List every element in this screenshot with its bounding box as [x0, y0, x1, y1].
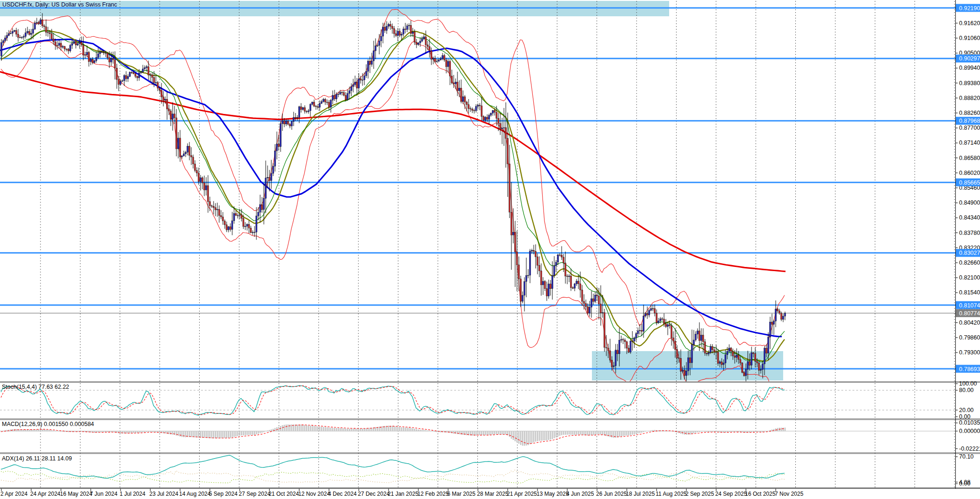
svg-text:0.000000: 0.000000	[959, 428, 980, 434]
svg-text:0.88820: 0.88820	[959, 95, 980, 101]
svg-text:27 Sep 2024: 27 Sep 2024	[239, 491, 270, 497]
svg-text:6 Mar 2025: 6 Mar 2025	[447, 491, 476, 497]
svg-text:0.84900: 0.84900	[959, 200, 980, 206]
svg-text:21 Apr 2025: 21 Apr 2025	[507, 491, 537, 497]
svg-text:0.84340: 0.84340	[959, 214, 980, 221]
svg-text:0.89940: 0.89940	[959, 65, 980, 71]
svg-text:14 Aug 2024: 14 Aug 2024	[179, 491, 211, 497]
svg-text:7 Jun 2024: 7 Jun 2024	[90, 491, 118, 497]
svg-text:21 Oct 2024: 21 Oct 2024	[268, 491, 299, 497]
svg-text:0.92190: 0.92190	[959, 5, 980, 12]
svg-text:27 Dec 2024: 27 Dec 2024	[358, 491, 389, 497]
svg-text:2 Apr 2024: 2 Apr 2024	[0, 491, 27, 497]
svg-text:4 Dec 2024: 4 Dec 2024	[328, 491, 357, 497]
svg-text:0.81074: 0.81074	[959, 302, 980, 309]
svg-text:0.00: 0.00	[959, 413, 970, 420]
svg-text:0.83780: 0.83780	[959, 230, 980, 236]
svg-text:0.79860: 0.79860	[959, 334, 980, 341]
svg-text:0.82100: 0.82100	[959, 274, 980, 281]
svg-text:20.00: 20.00	[959, 407, 973, 413]
candle	[630, 339, 631, 354]
svg-text:0.89380: 0.89380	[959, 80, 980, 86]
svg-text:0.87968: 0.87968	[959, 118, 980, 124]
svg-text:0.91620: 0.91620	[959, 20, 980, 27]
svg-text:0.81540: 0.81540	[959, 289, 980, 296]
svg-text:26 Jun 2025: 26 Jun 2025	[596, 491, 627, 497]
svg-text:0.87700: 0.87700	[959, 125, 980, 131]
svg-text:-0.022218: -0.022218	[959, 446, 980, 452]
svg-text:12 Feb 2025: 12 Feb 2025	[417, 491, 449, 497]
svg-text:0.80420: 0.80420	[959, 319, 980, 326]
svg-text:5 Sep 2024: 5 Sep 2024	[209, 491, 238, 497]
svg-text:100.00: 100.00	[959, 380, 977, 387]
svg-text:24 Apr 2024: 24 Apr 2024	[30, 491, 60, 497]
svg-text:0.80774: 0.80774	[959, 310, 980, 317]
svg-text:70.10: 70.10	[959, 453, 973, 460]
svg-text:13 May 2025: 13 May 2025	[537, 491, 569, 497]
svg-text:0.91060: 0.91060	[959, 35, 980, 41]
svg-text:21 Jan 2025: 21 Jan 2025	[388, 491, 418, 497]
svg-text:0.90297: 0.90297	[959, 55, 980, 62]
svg-text:24 Sep 2025: 24 Sep 2025	[715, 491, 747, 497]
svg-text:80.00: 80.00	[959, 387, 973, 393]
svg-text:16 May 2024: 16 May 2024	[60, 491, 93, 497]
svg-text:4 Jun 2025: 4 Jun 2025	[566, 491, 594, 497]
svg-text:0.86580: 0.86580	[959, 155, 980, 161]
candle	[604, 309, 605, 352]
svg-text:12 Nov 2024: 12 Nov 2024	[298, 491, 330, 497]
svg-text:0.86020: 0.86020	[959, 170, 980, 176]
svg-text:0.87140: 0.87140	[959, 140, 980, 146]
candle	[742, 362, 743, 373]
svg-text:28 Mar 2025: 28 Mar 2025	[477, 491, 509, 497]
svg-text:0.82660: 0.82660	[959, 259, 980, 266]
svg-text:23 Jul 2024: 23 Jul 2024	[149, 491, 178, 497]
svg-text:16 Oct 2025: 16 Oct 2025	[745, 491, 776, 497]
svg-text:0.010351: 0.010351	[959, 419, 980, 426]
svg-text:0.00: 0.00	[959, 480, 970, 487]
svg-text:7 Nov 2025: 7 Nov 2025	[775, 491, 804, 497]
trading-chart-window: 0.916200.910600.905000.899400.893800.888…	[0, 0, 980, 499]
svg-text:0.78693: 0.78693	[959, 366, 980, 373]
svg-text:0.88260: 0.88260	[959, 110, 980, 116]
svg-text:2 Sep 2025: 2 Sep 2025	[685, 491, 714, 497]
svg-text:1 Jul 2024: 1 Jul 2024	[120, 491, 146, 497]
svg-text:18 Jul 2025: 18 Jul 2025	[626, 491, 655, 497]
svg-text:11 Aug 2025: 11 Aug 2025	[656, 491, 687, 497]
svg-text:0.79300: 0.79300	[959, 349, 980, 356]
svg-text:0.83027: 0.83027	[959, 250, 980, 256]
main-chart-svg[interactable]: 0.916200.910600.905000.899400.893800.888…	[0, 0, 980, 499]
svg-text:0.85665: 0.85665	[959, 180, 980, 186]
